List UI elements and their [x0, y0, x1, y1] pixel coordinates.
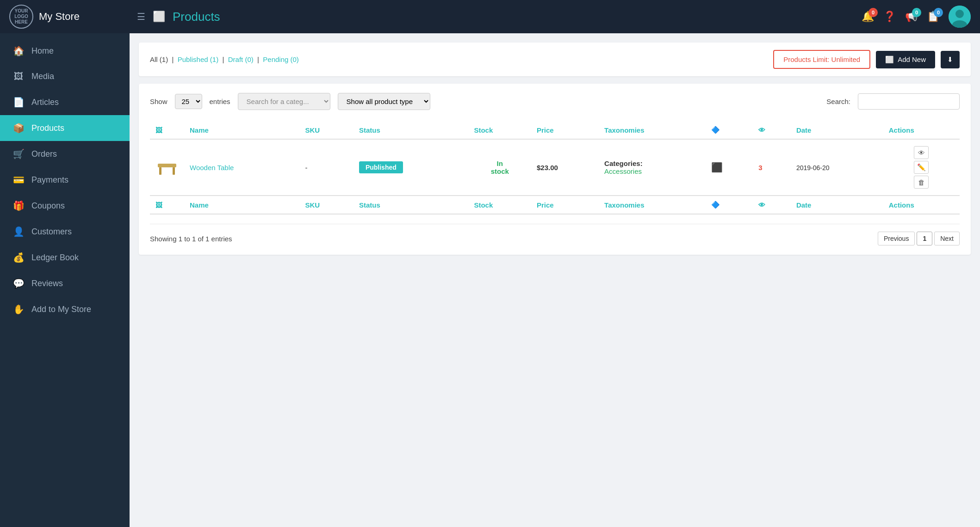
sidebar-label-addstore: Add to My Store: [31, 305, 91, 314]
articles-icon: 📄: [13, 97, 24, 108]
image-footer-icon: 🖼: [155, 201, 162, 209]
sidebar-item-payments[interactable]: 💳 Payments: [0, 167, 130, 193]
sidebar-item-ledger[interactable]: 💰 Ledger Book: [0, 245, 130, 270]
th-name[interactable]: Name: [184, 121, 300, 139]
eye-header-icon: 👁: [758, 126, 765, 134]
next-page-button[interactable]: Next: [934, 232, 960, 245]
sidebar-label-ledger: Ledger Book: [31, 253, 79, 263]
notifications-btn[interactable]: 🔔 0: [862, 11, 874, 23]
table-row: Wooden Table - Published Instock $23: [150, 139, 960, 196]
search-label: Search:: [826, 98, 850, 105]
product-name-cell: Wooden Table: [184, 139, 300, 196]
sidebar-label-customers: Customers: [31, 227, 72, 237]
prev-page-button[interactable]: Previous: [878, 232, 915, 245]
search-input[interactable]: [858, 93, 960, 110]
product-actions-cell: 👁 ✏️ 🗑: [883, 139, 960, 196]
media-icon: 🖼: [13, 71, 24, 82]
coupons-icon: 🎁: [13, 200, 24, 211]
sidebar-label-reviews: Reviews: [31, 279, 63, 288]
megaphone-badge: 0: [912, 8, 921, 17]
sidebar-item-media[interactable]: 🖼 Media: [0, 64, 130, 89]
megaphone-btn[interactable]: 📢 0: [905, 11, 918, 23]
sidebar-label-payments: Payments: [31, 175, 68, 185]
th-date-bottom[interactable]: Date: [791, 196, 883, 214]
stock-value: Instock: [474, 159, 526, 175]
th-sku[interactable]: SKU: [300, 121, 354, 139]
th-date[interactable]: Date: [791, 121, 883, 139]
sidebar-item-orders[interactable]: 🛒 Orders: [0, 141, 130, 167]
th-sku-bottom[interactable]: SKU: [300, 196, 354, 214]
products-icon: 📦: [13, 123, 24, 134]
th-stock-bottom[interactable]: Stock: [468, 196, 531, 214]
filter-pending[interactable]: Pending (0): [263, 55, 299, 63]
user-avatar[interactable]: [949, 6, 971, 28]
store-name: My Store: [39, 11, 80, 23]
show-label: Show: [150, 98, 167, 105]
export-button[interactable]: ⬇: [941, 51, 960, 68]
logo-area: YOUR LOGO HERE My Store: [9, 5, 130, 29]
product-date-cell: 2019-06-20: [791, 139, 883, 196]
sidebar-item-reviews[interactable]: 💬 Reviews: [0, 270, 130, 296]
filter-bar: All (1) | Published (1) | Draft (0) | Pe…: [139, 43, 971, 76]
help-btn[interactable]: ❓: [883, 11, 896, 23]
filter-links: All (1) | Published (1) | Draft (0) | Pe…: [150, 55, 299, 63]
product-type-select[interactable]: Show all product type: [338, 93, 430, 110]
sidebar: 🏠 Home 🖼 Media 📄 Articles 📦 Products 🛒 O…: [0, 33, 130, 527]
product-stock-cell: Instock: [468, 139, 531, 196]
reviews-icon: 💬: [13, 278, 24, 289]
th-price-bottom[interactable]: Price: [531, 196, 599, 214]
th-views-bottom: 👁: [753, 196, 791, 214]
delete-action-button[interactable]: 🗑: [914, 176, 929, 189]
edit-action-button[interactable]: ✏️: [914, 161, 929, 174]
product-date: 2019-06-20: [796, 164, 830, 172]
showing-text: Showing 1 to 1 of 1 entries: [150, 235, 232, 243]
product-image-cell: [150, 139, 184, 196]
th-price[interactable]: Price: [531, 121, 599, 139]
logo-circle: YOUR LOGO HERE: [9, 5, 33, 29]
product-image: [155, 158, 179, 177]
entries-label: entries: [210, 98, 230, 105]
views-count: 3: [758, 164, 762, 172]
page-1-button[interactable]: 1: [917, 232, 932, 245]
nav-right: 🔔 0 ❓ 📢 0 📋 0: [862, 6, 971, 28]
product-sku-cell: -: [300, 139, 354, 196]
customers-icon: 👤: [13, 226, 24, 237]
sidebar-item-customers[interactable]: 👤 Customers: [0, 219, 130, 245]
sidebar-label-orders: Orders: [31, 149, 57, 159]
product-cube-cell: ⬛: [706, 139, 753, 196]
entries-select[interactable]: 25: [175, 94, 202, 109]
hamburger-icon[interactable]: ☰: [137, 11, 145, 22]
th-stock[interactable]: Stock: [468, 121, 531, 139]
sidebar-label-articles: Articles: [31, 98, 59, 107]
svg-rect-3: [158, 164, 176, 167]
products-table: 🖼 Name SKU Status Stock: [150, 121, 960, 214]
th-taxonomies-bottom[interactable]: Taxonomies: [599, 196, 706, 214]
category-select[interactable]: Search for a categ...: [238, 93, 330, 110]
sidebar-item-articles[interactable]: 📄 Articles: [0, 89, 130, 115]
home-icon: 🏠: [13, 45, 24, 56]
image-header-icon: 🖼: [155, 126, 162, 134]
svg-point-1: [955, 10, 964, 18]
addstore-icon: ✋: [13, 304, 24, 315]
eye-footer-icon: 👁: [758, 201, 765, 209]
sidebar-item-products[interactable]: 📦 Products: [0, 115, 130, 141]
sidebar-item-home[interactable]: 🏠 Home: [0, 38, 130, 64]
add-new-button[interactable]: ⬜ Add New: [876, 51, 935, 68]
messages-btn[interactable]: 📋 0: [927, 11, 939, 23]
table-header-row: 🖼 Name SKU Status Stock: [150, 121, 960, 139]
th-taxonomies[interactable]: Taxonomies: [599, 121, 706, 139]
filter-published[interactable]: Published (1): [178, 55, 218, 63]
filter-all: All (1): [150, 55, 168, 63]
cube-icon: ⬛: [711, 162, 723, 172]
sidebar-item-coupons[interactable]: 🎁 Coupons: [0, 193, 130, 219]
view-action-button[interactable]: 👁: [914, 146, 929, 159]
products-limit-button[interactable]: Products Limit: Unlimited: [773, 50, 870, 69]
th-status-bottom[interactable]: Status: [354, 196, 469, 214]
product-name-link[interactable]: Wooden Table: [190, 164, 234, 172]
sidebar-label-products: Products: [31, 123, 64, 133]
th-status[interactable]: Status: [354, 121, 469, 139]
th-name-bottom[interactable]: Name: [184, 196, 300, 214]
sidebar-item-addstore[interactable]: ✋ Add to My Store: [0, 296, 130, 322]
filter-draft[interactable]: Draft (0): [228, 55, 254, 63]
categories-label: Categories:: [604, 159, 643, 167]
